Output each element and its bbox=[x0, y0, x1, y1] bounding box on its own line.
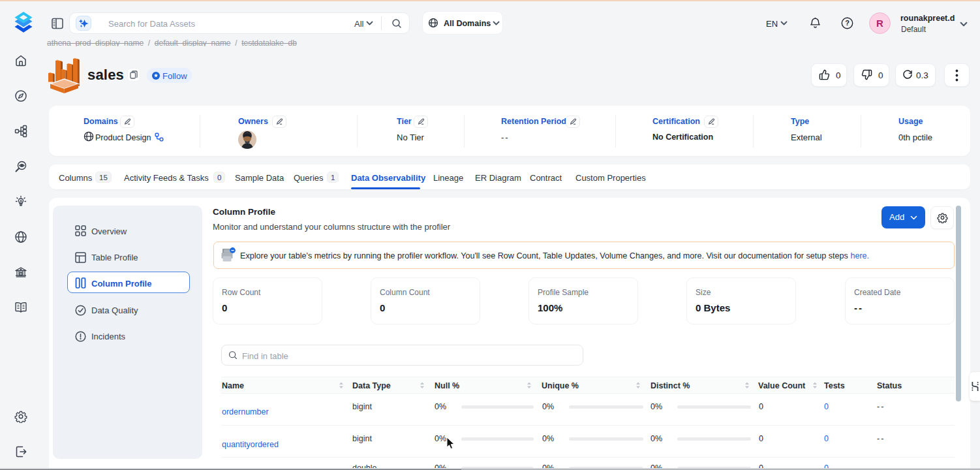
svg-text:?: ? bbox=[845, 19, 850, 27]
